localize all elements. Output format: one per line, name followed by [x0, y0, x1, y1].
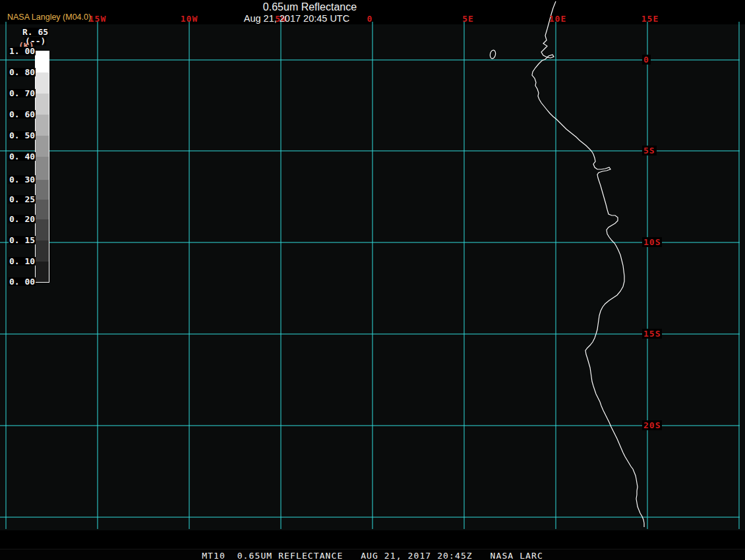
- status-bar: MT10 0.65UM REFLECTANCE AUG 21, 2017 20:…: [0, 549, 745, 560]
- latlon-grid: [0, 22, 740, 529]
- colorbar-tick-label: 1. 00: [9, 47, 36, 55]
- latitude-label-10s: 10S: [642, 237, 662, 247]
- colorbar-tick-label: 0. 15: [9, 236, 36, 244]
- colorbar-segment: [36, 136, 49, 157]
- colorbar-segment: [36, 219, 49, 240]
- page-title: 0.65um Reflectance: [263, 1, 357, 13]
- coastline-group: [489, 1, 644, 527]
- colorbar-segment: [36, 115, 49, 136]
- colorbar-tick-label: 0. 30: [9, 175, 36, 184]
- colorbar-tick-label: 0. 70: [9, 89, 36, 98]
- africa-coastline: [532, 1, 644, 527]
- colorbar-tick-label: 0. 25: [9, 195, 36, 204]
- legend-title: R. 65: [22, 28, 49, 36]
- longitude-label-0: 0: [367, 14, 373, 23]
- colorbar-segment: [36, 72, 49, 94]
- satellite-image-viewer: 15W10W5W05E10E15E05S10S15S20S R. 65 (--)…: [0, 0, 745, 560]
- colorbar-segment: [36, 94, 49, 115]
- colorbar-tick-label: 0. 40: [9, 152, 36, 161]
- colorbar-segment: [36, 240, 49, 262]
- colorbar-tick-label: 0. 20: [9, 215, 36, 223]
- latitude-label-5s: 5S: [642, 146, 657, 155]
- colorbar-segment: [36, 51, 49, 72]
- colorbar-segment: [36, 180, 49, 200]
- latitude-label-0: 0: [642, 55, 651, 65]
- longitude-label-15w: 15W: [89, 14, 106, 23]
- longitude-label-15e: 15E: [641, 14, 659, 23]
- longitude-label-10e: 10E: [549, 14, 566, 23]
- credit-label: NASA Langley (M04.0): [7, 13, 91, 22]
- colorbar-segment: [36, 157, 49, 180]
- latitude-label-20s: 20S: [642, 420, 662, 430]
- colorbar-tick-label: 0. 60: [9, 110, 36, 119]
- colorbar-tick-label: 0. 80: [9, 68, 36, 76]
- latitude-label-15s: 15S: [642, 329, 662, 339]
- colorbar: [36, 51, 49, 283]
- colorbar-tick-label: 0. 50: [9, 131, 36, 140]
- colorbar-segment: [36, 262, 49, 282]
- timestamp-label: Aug 21, 2017 20:45 UTC: [244, 13, 349, 24]
- map-svg: [0, 0, 745, 560]
- status-text: MT10 0.65UM REFLECTANCE AUG 21, 2017 20:…: [202, 551, 543, 560]
- island-outline: [489, 49, 496, 59]
- colorbar-segment: [36, 200, 49, 219]
- colorbar-tick-label: 0. 00: [9, 277, 36, 286]
- longitude-label-5e: 5E: [462, 14, 474, 23]
- colorbar-tick-label: 0. 10: [9, 257, 36, 266]
- longitude-label-10w: 10W: [181, 14, 198, 23]
